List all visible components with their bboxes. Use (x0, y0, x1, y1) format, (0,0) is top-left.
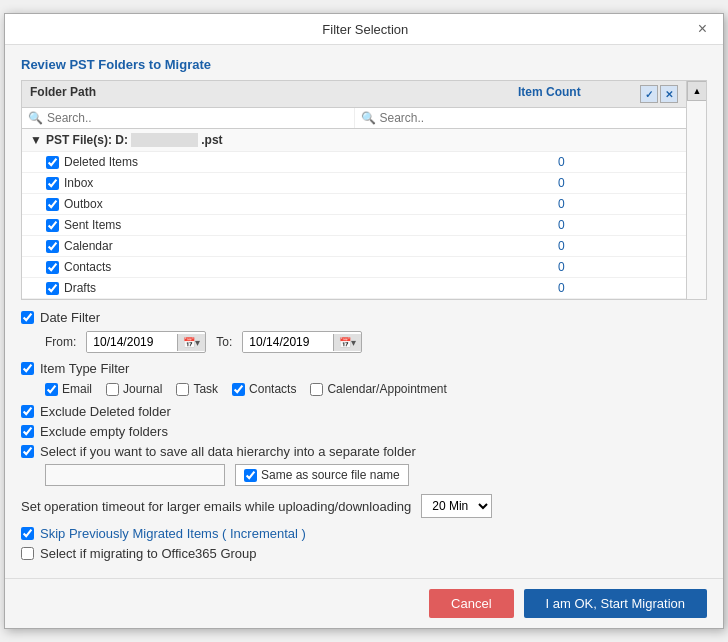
folder-count: 0 (558, 155, 678, 169)
folder-checkbox[interactable] (46, 240, 59, 253)
skip-migrated-row: Skip Previously Migrated Items ( Increme… (21, 526, 707, 541)
exclude-deleted-checkbox[interactable] (21, 405, 34, 418)
folder-count: 0 (558, 197, 678, 211)
table-main: Folder Path Item Count ✓ ✕ 🔍 (22, 81, 686, 300)
table-row: Drafts 0 (22, 278, 686, 299)
search-icon-1: 🔍 (28, 111, 43, 125)
folder-checkbox[interactable] (46, 198, 59, 211)
from-date-wrap: 📅▾ (86, 331, 206, 353)
close-button[interactable]: × (694, 20, 711, 38)
item-type-options-row: Email Journal Task Contacts Calendar/App… (45, 382, 707, 396)
folder-name: Deleted Items (64, 155, 558, 169)
table-header: Folder Path Item Count ✓ ✕ (22, 81, 686, 108)
dialog-footer: Cancel I am OK, Start Migration (5, 578, 723, 628)
folder-name-row: Same as source file name (45, 464, 707, 486)
exclude-empty-row: Exclude empty folders (21, 424, 707, 439)
item-type-filter-row: Item Type Filter (21, 361, 707, 376)
exclude-deleted-label: Exclude Deleted folder (40, 404, 171, 419)
folder-checkbox[interactable] (46, 261, 59, 274)
item-type-checkbox[interactable] (176, 383, 189, 396)
table-row: Outbox 0 (22, 194, 686, 215)
exclude-empty-label: Exclude empty folders (40, 424, 168, 439)
ok-start-migration-button[interactable]: I am OK, Start Migration (524, 589, 707, 618)
timeout-row: Set operation timeout for larger emails … (21, 494, 707, 518)
deselect-all-button[interactable]: ✕ (660, 85, 678, 103)
title-bar: Filter Selection × (5, 14, 723, 45)
item-type-checkbox[interactable] (232, 383, 245, 396)
item-type-checkbox[interactable] (45, 383, 58, 396)
skip-migrated-label: Skip Previously Migrated Items ( Increme… (40, 526, 306, 541)
exclude-deleted-row: Exclude Deleted folder (21, 404, 707, 419)
count-search-input[interactable] (380, 111, 681, 125)
folder-checkbox[interactable] (46, 177, 59, 190)
office365-label: Select if migrating to Office365 Group (40, 546, 257, 561)
path-search-input[interactable] (47, 111, 348, 125)
item-type-checkbox[interactable] (106, 383, 119, 396)
exclude-empty-checkbox[interactable] (21, 425, 34, 438)
to-date-picker-button[interactable]: 📅▾ (333, 334, 361, 351)
pst-row: ▼ PST File(s): D: .pst (22, 129, 686, 152)
folder-count: 0 (558, 176, 678, 190)
item-type-checkbox[interactable] (310, 383, 323, 396)
same-as-source-label: Same as source file name (261, 468, 400, 482)
scroll-track (687, 101, 706, 300)
table-row: Journal 0 (22, 299, 686, 300)
from-date-input[interactable] (87, 332, 177, 352)
search-row: 🔍 🔍 (22, 108, 686, 129)
folder-table: Folder Path Item Count ✓ ✕ 🔍 (21, 80, 707, 300)
office365-checkbox[interactable] (21, 547, 34, 560)
search-icon-2: 🔍 (361, 111, 376, 125)
save-hierarchy-row: Select if you want to save all data hier… (21, 444, 707, 459)
table-row: Deleted Items 0 (22, 152, 686, 173)
office365-row: Select if migrating to Office365 Group (21, 546, 707, 561)
dialog-title: Filter Selection (37, 22, 694, 37)
review-title: Review PST Folders to Migrate (21, 57, 707, 72)
item-type-filter-section: Item Type Filter Email Journal Task Cont… (21, 361, 707, 396)
date-range-row: From: 📅▾ To: 📅▾ (45, 331, 707, 353)
to-date-wrap: 📅▾ (242, 331, 362, 353)
folder-checkbox[interactable] (46, 282, 59, 295)
item-type-option: Email (45, 382, 92, 396)
date-filter-label: Date Filter (40, 310, 100, 325)
folder-count: 0 (558, 260, 678, 274)
folder-name: Outbox (64, 197, 558, 211)
cancel-button[interactable]: Cancel (429, 589, 513, 618)
folder-name: Drafts (64, 281, 558, 295)
select-all-button[interactable]: ✓ (640, 85, 658, 103)
from-label: From: (45, 335, 76, 349)
folder-name: Contacts (64, 260, 558, 274)
same-as-source-checkbox[interactable] (244, 469, 257, 482)
item-type-filter-checkbox[interactable] (21, 362, 34, 375)
save-hierarchy-checkbox[interactable] (21, 445, 34, 458)
collapse-icon[interactable]: ▼ (30, 133, 42, 147)
folder-count: 0 (558, 281, 678, 295)
save-hierarchy-label: Select if you want to save all data hier… (40, 444, 416, 459)
folder-name: Calendar (64, 239, 558, 253)
folder-name-input[interactable] (45, 464, 225, 486)
table-row: Inbox 0 (22, 173, 686, 194)
folder-list: Deleted Items 0 Inbox 0 Outbox 0 Sent It… (22, 152, 686, 300)
table-row: Contacts 0 (22, 257, 686, 278)
table-row: Calendar 0 (22, 236, 686, 257)
table-wrapper: Folder Path Item Count ✓ ✕ 🔍 (22, 81, 706, 300)
date-filter-checkbox[interactable] (21, 311, 34, 324)
to-label: To: (216, 335, 232, 349)
folder-count: 0 (558, 218, 678, 232)
timeout-select[interactable]: 5 Min10 Min20 Min30 Min60 Min (421, 494, 492, 518)
filter-selection-dialog: Filter Selection × Review PST Folders to… (4, 13, 724, 629)
folder-name: Sent Items (64, 218, 558, 232)
folder-checkbox[interactable] (46, 219, 59, 232)
from-date-picker-button[interactable]: 📅▾ (177, 334, 205, 351)
item-type-filter-label: Item Type Filter (40, 361, 129, 376)
vertical-scrollbar[interactable]: ▲ ▼ (686, 81, 706, 300)
folder-checkbox[interactable] (46, 156, 59, 169)
date-filter-section: Date Filter From: 📅▾ To: 📅▾ (21, 310, 707, 353)
scroll-up-button[interactable]: ▲ (687, 81, 707, 101)
header-actions: ✓ ✕ (638, 85, 678, 103)
table-row: Sent Items 0 (22, 215, 686, 236)
to-date-input[interactable] (243, 332, 333, 352)
path-search-cell: 🔍 (22, 108, 355, 128)
pst-path-redacted (131, 133, 198, 147)
skip-migrated-checkbox[interactable] (21, 527, 34, 540)
col-path-header: Folder Path (30, 85, 518, 103)
